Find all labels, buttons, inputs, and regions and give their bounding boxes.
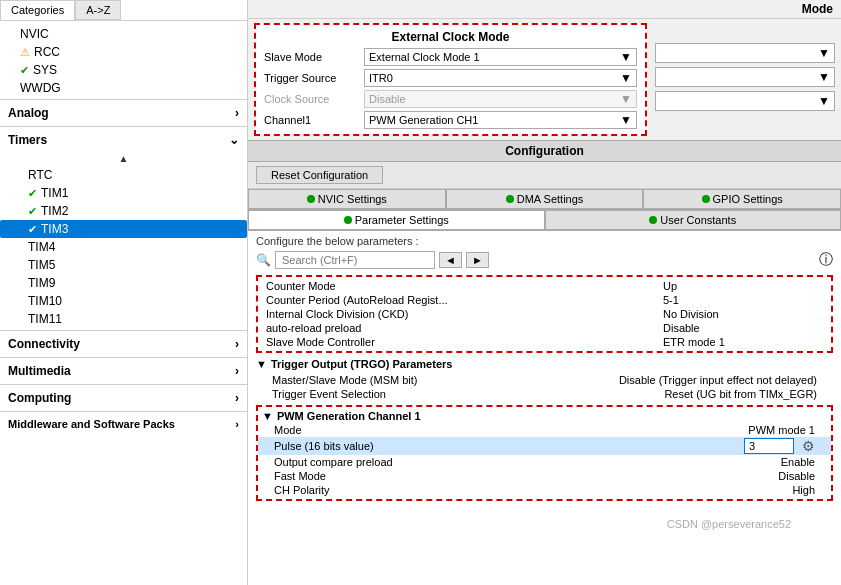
slave-mode-row: Slave Mode External Clock Mode 1 ▼ <box>264 48 637 66</box>
connectivity-label: Connectivity <box>8 337 80 351</box>
tabs-row2: Parameter Settings User Constants <box>248 210 841 231</box>
scroll-up-btn[interactable]: ▲ <box>119 153 129 164</box>
gpio-dot <box>702 195 710 203</box>
sidebar-group-middleware[interactable]: Middleware and Software Packs › <box>0 414 247 434</box>
slave-mode-label: Slave Mode <box>264 51 364 63</box>
param-row-fast-mode: Fast Mode Disable <box>258 469 831 483</box>
multimedia-label: Multimedia <box>8 364 71 378</box>
search-input[interactable] <box>275 251 435 269</box>
sidebar-item-rtc[interactable]: RTC <box>0 166 247 184</box>
right-dropdown-2[interactable]: ▼ <box>655 67 835 87</box>
trigger-source-select[interactable]: ITR0 ▼ <box>364 69 637 87</box>
param-box-1: Counter Mode Up Counter Period (AutoRelo… <box>256 275 833 353</box>
ch-polarity-value: High <box>792 484 815 496</box>
auto-reload-name: auto-reload preload <box>266 322 663 334</box>
param-row-counter-period: Counter Period (AutoReload Regist... 5-1 <box>258 293 831 307</box>
channel1-row: Channel1 PWM Generation CH1 ▼ <box>264 111 637 129</box>
tab-dma-settings[interactable]: DMA Settings <box>446 189 644 209</box>
sidebar-item-nvic[interactable]: NVIC <box>0 25 247 43</box>
tab-gpio-settings[interactable]: GPIO Settings <box>643 189 841 209</box>
computing-label: Computing <box>8 391 71 405</box>
search-prev-btn[interactable]: ◄ <box>439 252 462 268</box>
right-dropdown-3-arrow: ▼ <box>818 94 830 108</box>
pwm-group-header[interactable]: ▼ PWM Generation Channel 1 <box>258 409 831 423</box>
clock-source-select[interactable]: Disable ▼ <box>364 90 637 108</box>
sidebar-group-computing[interactable]: Computing › <box>0 387 247 409</box>
tes-value: Reset (UG bit from TIMx_EGR) <box>664 388 817 400</box>
param-row-mode: Mode PWM mode 1 <box>258 423 831 437</box>
channel1-select[interactable]: PWM Generation CH1 ▼ <box>364 111 637 129</box>
user-constants-label: User Constants <box>660 214 736 226</box>
sidebar-item-tim3[interactable]: ✔ TIM3 <box>0 220 247 238</box>
divider2 <box>0 126 247 127</box>
tab-parameter-settings[interactable]: Parameter Settings <box>248 210 545 230</box>
divider4 <box>0 357 247 358</box>
gear-icon[interactable]: ⚙ <box>802 438 815 454</box>
tab-categories[interactable]: Categories <box>0 0 75 20</box>
sidebar-group-timers[interactable]: Timers ⌄ <box>0 129 247 151</box>
param-row-auto-reload: auto-reload preload Disable <box>258 321 831 335</box>
param-settings-label: Parameter Settings <box>355 214 449 226</box>
trigger-group-header[interactable]: ▼ Trigger Output (TRGO) Parameters <box>256 357 833 371</box>
tab-nvic-settings[interactable]: NVIC Settings <box>248 189 446 209</box>
counter-mode-name: Counter Mode <box>266 280 663 292</box>
param-row-ckd: Internal Clock Division (CKD) No Divisio… <box>258 307 831 321</box>
tim1-label: TIM1 <box>41 186 68 200</box>
check-icon-tim3: ✔ <box>28 223 37 236</box>
pwm-group-label: PWM Generation Channel 1 <box>277 410 421 422</box>
warning-icon: ⚠ <box>20 46 30 59</box>
timers-label: Timers <box>8 133 47 147</box>
sidebar-item-tim2[interactable]: ✔ TIM2 <box>0 202 247 220</box>
channel1-arrow: ▼ <box>620 113 632 127</box>
sidebar-tabs: Categories A->Z <box>0 0 247 21</box>
counter-period-value: 5-1 <box>663 294 823 306</box>
sidebar-item-tim1[interactable]: ✔ TIM1 <box>0 184 247 202</box>
sys-label: SYS <box>33 63 57 77</box>
slave-mode-select[interactable]: External Clock Mode 1 ▼ <box>364 48 637 66</box>
rcc-label: RCC <box>34 45 60 59</box>
param-row-ch-polarity: CH Polarity High <box>258 483 831 497</box>
sidebar-item-sys[interactable]: ✔ SYS <box>0 61 247 79</box>
tabs-row1: NVIC Settings DMA Settings GPIO Settings <box>248 189 841 210</box>
msm-value: Disable (Trigger input effect not delaye… <box>619 374 817 386</box>
search-next-btn[interactable]: ► <box>466 252 489 268</box>
sidebar-item-tim9[interactable]: TIM9 <box>0 274 247 292</box>
right-dropdown-3[interactable]: ▼ <box>655 91 835 111</box>
sidebar-item-wwdg[interactable]: WWDG <box>0 79 247 97</box>
trigger-source-value: ITR0 <box>369 72 620 84</box>
tab-user-constants[interactable]: User Constants <box>545 210 842 230</box>
sidebar-item-tim11[interactable]: TIM11 <box>0 310 247 328</box>
info-icon[interactable]: ⓘ <box>819 251 833 269</box>
tim2-label: TIM2 <box>41 204 68 218</box>
slave-mode-value: External Clock Mode 1 <box>369 51 620 63</box>
check-icon-tim1: ✔ <box>28 187 37 200</box>
sidebar-item-tim10[interactable]: TIM10 <box>0 292 247 310</box>
sidebar-group-connectivity[interactable]: Connectivity › <box>0 333 247 355</box>
slave-mode-ctrl-name: Slave Mode Controller <box>266 336 663 348</box>
params-area: Configure the below parameters : 🔍 ◄ ► ⓘ… <box>248 231 841 585</box>
sidebar-item-tim4[interactable]: TIM4 <box>0 238 247 256</box>
dma-dot <box>506 195 514 203</box>
param-row-slave-mode-ctrl: Slave Mode Controller ETR mode 1 <box>258 335 831 349</box>
tim9-label: TIM9 <box>28 276 55 290</box>
sidebar-item-rcc[interactable]: ⚠ RCC <box>0 43 247 61</box>
tab-atoz[interactable]: A->Z <box>75 0 121 20</box>
sidebar-group-multimedia[interactable]: Multimedia › <box>0 360 247 382</box>
gpio-settings-label: GPIO Settings <box>713 193 783 205</box>
clock-source-value: Disable <box>369 93 620 105</box>
right-dropdown-1[interactable]: ▼ <box>655 43 835 63</box>
configure-label: Configure the below parameters : <box>256 235 833 247</box>
analog-label: Analog <box>8 106 49 120</box>
sidebar-group-analog[interactable]: Analog › <box>0 102 247 124</box>
reset-button[interactable]: Reset Configuration <box>256 166 383 184</box>
right-dropdowns: ▼ ▼ ▼ <box>655 23 835 136</box>
counter-mode-value: Up <box>663 280 823 292</box>
pwm-collapse-icon: ▼ <box>262 410 273 422</box>
sidebar-item-tim5[interactable]: TIM5 <box>0 256 247 274</box>
nvic-label: NVIC <box>20 27 49 41</box>
sidebar-content: NVIC ⚠ RCC ✔ SYS WWDG Analog › Timers ⌄ <box>0 21 247 585</box>
user-dot <box>649 216 657 224</box>
scroll-arrows: ▲ <box>0 151 247 166</box>
nvic-dot <box>307 195 315 203</box>
pulse-value-input[interactable] <box>744 438 794 454</box>
